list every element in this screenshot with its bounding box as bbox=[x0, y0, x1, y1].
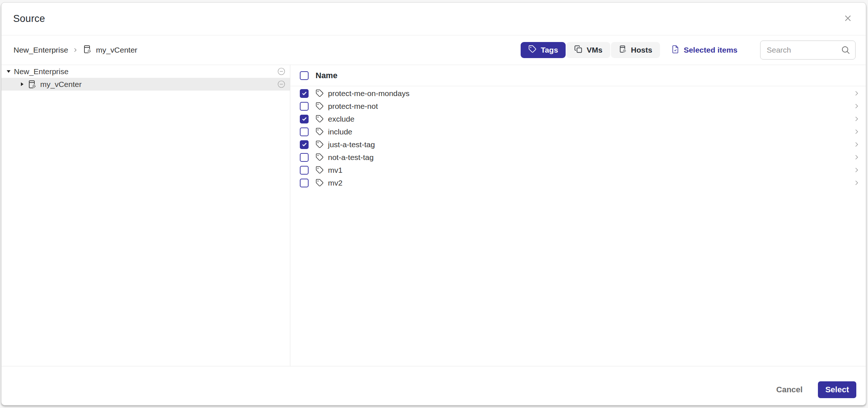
tag-icon bbox=[528, 45, 537, 55]
tag-icon bbox=[316, 115, 324, 123]
row-checkbox[interactable] bbox=[300, 115, 309, 123]
table-header-row: Name bbox=[290, 65, 866, 86]
toolbar: New_Enterprise my_vCenter bbox=[1, 35, 866, 65]
tag-icon bbox=[316, 153, 324, 161]
tab-tags[interactable]: Tags bbox=[521, 42, 566, 58]
chevron-right-icon[interactable] bbox=[853, 167, 860, 174]
row-label: exclude bbox=[328, 115, 354, 123]
tab-vms[interactable]: VMs bbox=[566, 42, 610, 58]
table-row[interactable]: mv2 bbox=[290, 176, 866, 189]
items-table: Name protect-me-on-mondays protect-me-no… bbox=[290, 65, 866, 366]
dialog-header: Source bbox=[1, 3, 866, 35]
row-label: just-a-test-tag bbox=[328, 140, 375, 149]
tree-panel: New_Enterprise my_vCenter bbox=[1, 65, 290, 366]
name-column-header: Name bbox=[316, 71, 337, 80]
chevron-right-icon[interactable] bbox=[853, 115, 860, 122]
vcenter-icon bbox=[83, 45, 92, 56]
select-button[interactable]: Select bbox=[818, 381, 856, 398]
chevron-right-icon[interactable] bbox=[853, 103, 860, 110]
breadcrumb-item-current[interactable]: my_vCenter bbox=[83, 45, 137, 56]
vcenter-icon bbox=[27, 80, 37, 89]
table-body: protect-me-on-mondays protect-me-not bbox=[290, 86, 866, 189]
table-row[interactable]: protect-me-on-mondays bbox=[290, 87, 866, 100]
table-row[interactable]: not-a-test-tag bbox=[290, 151, 866, 164]
selected-items-label: Selected items bbox=[684, 46, 737, 54]
search-icon[interactable] bbox=[841, 45, 851, 57]
cancel-button[interactable]: Cancel bbox=[776, 385, 803, 394]
row-checkbox[interactable] bbox=[300, 153, 309, 162]
row-checkbox[interactable] bbox=[300, 127, 309, 136]
chevron-right-icon[interactable] bbox=[853, 179, 860, 186]
tree-item-label: my_vCenter bbox=[40, 80, 82, 89]
tab-tags-label: Tags bbox=[541, 46, 558, 54]
row-checkbox[interactable] bbox=[300, 140, 309, 149]
chevron-right-icon[interactable] bbox=[853, 141, 860, 148]
tag-icon bbox=[316, 179, 324, 187]
row-checkbox[interactable] bbox=[300, 179, 309, 187]
row-label: include bbox=[328, 127, 352, 136]
remove-circle-icon[interactable] bbox=[277, 67, 286, 76]
chevron-right-icon[interactable] bbox=[853, 128, 860, 135]
row-label: protect-me-not bbox=[328, 102, 378, 111]
dialog-footer: Cancel Select bbox=[1, 366, 866, 405]
tag-icon bbox=[316, 166, 324, 174]
tree-item[interactable]: New_Enterprise bbox=[1, 65, 290, 78]
breadcrumb-current-label: my_vCenter bbox=[96, 46, 137, 54]
source-dialog: Source New_Enterprise bbox=[1, 2, 866, 405]
tree-item-label: New_Enterprise bbox=[14, 67, 68, 76]
host-icon bbox=[619, 45, 627, 55]
table-row[interactable]: mv1 bbox=[290, 164, 866, 176]
row-checkbox[interactable] bbox=[300, 102, 309, 111]
table-row[interactable]: protect-me-not bbox=[290, 100, 866, 113]
tag-icon bbox=[316, 102, 324, 110]
dialog-body: New_Enterprise my_vCenter Name bbox=[1, 65, 866, 366]
tree-item[interactable]: my_vCenter bbox=[1, 78, 290, 91]
chevron-right-icon[interactable] bbox=[853, 154, 860, 161]
tab-hosts-label: Hosts bbox=[631, 46, 652, 54]
caret-icon[interactable] bbox=[20, 81, 25, 87]
breadcrumb: New_Enterprise my_vCenter bbox=[14, 45, 137, 56]
close-button[interactable] bbox=[842, 13, 854, 25]
table-row[interactable]: exclude bbox=[290, 113, 866, 125]
close-icon bbox=[844, 15, 852, 23]
breadcrumb-item-root[interactable]: New_Enterprise bbox=[14, 46, 68, 54]
tag-icon bbox=[316, 127, 324, 136]
row-label: protect-me-on-mondays bbox=[328, 89, 410, 98]
tab-hosts[interactable]: Hosts bbox=[611, 42, 660, 58]
breadcrumb-separator-icon bbox=[73, 46, 78, 54]
table-row[interactable]: just-a-test-tag bbox=[290, 138, 866, 151]
remove-circle-icon[interactable] bbox=[277, 80, 286, 88]
selected-items-button[interactable]: Selected items bbox=[671, 45, 737, 56]
view-tabs: Tags VMs bbox=[521, 42, 660, 58]
toolbar-right: Tags VMs bbox=[521, 41, 856, 60]
tag-icon bbox=[316, 140, 324, 149]
document-check-icon bbox=[671, 45, 680, 56]
vm-icon bbox=[574, 45, 582, 55]
row-label: not-a-test-tag bbox=[328, 153, 374, 162]
dialog-title: Source bbox=[13, 13, 45, 24]
row-label: mv2 bbox=[328, 179, 343, 187]
tab-vms-label: VMs bbox=[586, 46, 602, 54]
chevron-right-icon[interactable] bbox=[853, 90, 860, 97]
select-all-checkbox[interactable] bbox=[300, 71, 309, 80]
row-label: mv1 bbox=[328, 166, 343, 175]
search-box bbox=[760, 41, 856, 60]
tag-icon bbox=[316, 89, 324, 98]
table-row[interactable]: include bbox=[290, 125, 866, 138]
row-checkbox[interactable] bbox=[300, 89, 309, 98]
row-checkbox[interactable] bbox=[300, 166, 309, 175]
caret-icon[interactable] bbox=[6, 69, 12, 74]
